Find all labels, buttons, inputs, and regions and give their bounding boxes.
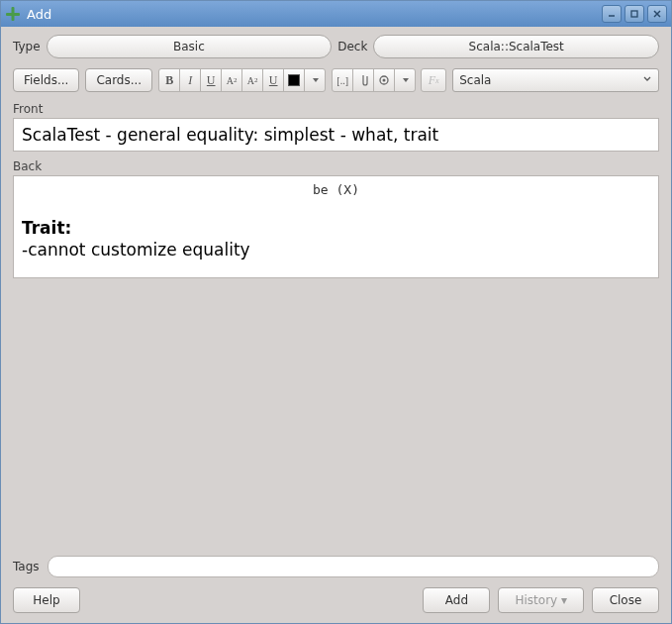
minimize-button[interactable] [602, 5, 622, 23]
close-button[interactable]: Close [592, 587, 659, 613]
history-button[interactable]: History ▾ [498, 587, 584, 613]
back-field[interactable]: be (X) Trait: -cannot customize equality [13, 175, 659, 278]
front-field[interactable]: ScalaTest - general equality: simplest -… [13, 118, 659, 152]
svg-rect-3 [631, 11, 637, 17]
underline-icon[interactable]: U [200, 68, 222, 92]
front-content: ScalaTest - general equality: simplest -… [22, 125, 438, 145]
help-button[interactable]: Help [13, 587, 80, 613]
highlight-toggle-icon[interactable]: Fx [421, 68, 446, 92]
app-icon [5, 6, 21, 22]
maximize-button[interactable] [624, 5, 644, 23]
deck-label: Deck [337, 40, 367, 53]
highlight-language-dropdown[interactable]: Scala [452, 68, 659, 92]
front-label: Front [13, 102, 659, 116]
type-label: Type [13, 40, 41, 53]
editor-toolbar: Fields... Cards... B I U A2 A2 U [..] [13, 68, 659, 92]
back-body-line: -cannot customize equality [22, 240, 250, 260]
highlight-language-value: Scala [459, 73, 491, 87]
record-icon[interactable] [373, 68, 395, 92]
close-window-button[interactable] [647, 5, 667, 23]
italic-icon[interactable]: I [179, 68, 201, 92]
bold-icon[interactable]: B [158, 68, 180, 92]
tags-input[interactable] [48, 556, 659, 577]
tags-label: Tags [13, 560, 40, 573]
foreground-color-icon[interactable] [283, 68, 305, 92]
dialog-content: Type Basic Deck Scala::ScalaTest Fields.… [1, 27, 671, 623]
svg-point-7 [383, 79, 386, 82]
type-selector-button[interactable]: Basic [47, 35, 333, 58]
format-group-2: [..] [332, 68, 416, 92]
cloze-icon[interactable]: [..] [332, 68, 353, 92]
tags-row: Tags [13, 556, 659, 577]
spacer [13, 286, 659, 550]
add-button[interactable]: Add [423, 587, 490, 613]
more-icon[interactable] [394, 68, 416, 92]
back-label: Back [13, 159, 659, 173]
chevron-down-icon [642, 74, 652, 86]
fields-button[interactable]: Fields... [13, 68, 79, 92]
svg-rect-1 [12, 7, 15, 21]
bottom-button-row: Help Add History ▾ Close [13, 587, 659, 613]
deck-value: Scala::ScalaTest [469, 40, 564, 53]
deck-selector-button[interactable]: Scala::ScalaTest [373, 35, 659, 58]
back-heading: Trait: [22, 218, 71, 238]
clear-format-icon[interactable]: U [262, 68, 284, 92]
color-picker-icon[interactable] [304, 68, 326, 92]
window-title: Add [27, 7, 602, 22]
add-dialog-window: Add Type Basic Deck Scala::ScalaTest [0, 0, 672, 624]
subscript-icon[interactable]: A2 [241, 68, 263, 92]
superscript-icon[interactable]: A2 [221, 68, 242, 92]
titlebar[interactable]: Add [1, 1, 671, 27]
attach-icon[interactable] [352, 68, 374, 92]
type-deck-row: Type Basic Deck Scala::ScalaTest [13, 35, 659, 58]
type-value: Basic [173, 40, 205, 53]
back-code-line: be (X) [22, 182, 650, 198]
cards-button[interactable]: Cards... [85, 68, 152, 92]
format-group-1: B I U A2 A2 U [158, 68, 326, 92]
